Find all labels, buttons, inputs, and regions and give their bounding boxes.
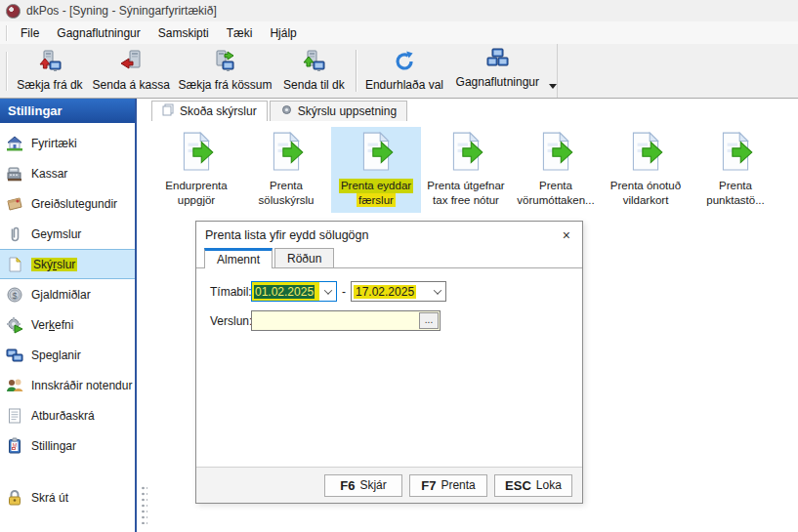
tab-skoda-skyrslur[interactable]: Skoða skýrslur [151, 101, 268, 121]
sidebar-item-speglanir[interactable]: Speglanir [0, 340, 135, 370]
menu-bar: File Gagnaflutningur Samskipti Tæki Hjál… [0, 21, 798, 44]
dialog-tab-strip: Almennt Röðun [196, 248, 582, 268]
computers-network-icon [484, 46, 510, 74]
f7-prenta-button[interactable]: F7 Prenta [409, 474, 487, 497]
toolbar-button-label: Sækja frá kössum [178, 78, 272, 92]
toolbar-button-label: Gagnaflutningur [456, 75, 539, 89]
server-download-red-icon [37, 49, 63, 77]
send-to-dk-button[interactable]: Senda til dk [275, 44, 352, 98]
sidebar-item-fyrirtaeki[interactable]: Fyrirtæki [0, 128, 135, 158]
menu-hjalp[interactable]: Hjálp [261, 23, 305, 43]
toolbar-button-label: Senda á kassa [93, 78, 170, 92]
report-prenta-soluskyrslu[interactable]: Prenta söluskýrslu [241, 127, 331, 213]
fetch-from-dk-button[interactable]: Sækja frá dk [12, 44, 88, 98]
server-red-arrow-icon [118, 49, 144, 77]
data-transfer-button[interactable]: Gagnaflutningur [448, 44, 547, 89]
toolbar-drag-handle [6, 52, 7, 91]
sidebar-item-gjaldmidlar[interactable]: $ Gjaldmiðlar [0, 279, 135, 309]
report-endurprenta-uppgjor[interactable]: Endurprenta uppgjör [151, 127, 241, 213]
date-to-combo[interactable]: 17.02.2025 [351, 281, 446, 302]
report-prenta-punktasto[interactable]: Prenta punktastö... [691, 127, 780, 213]
report-label-line2: punktastö... [706, 193, 764, 207]
toolbar-button-label: Senda til dk [283, 78, 345, 92]
report-doc-arrow-icon [625, 131, 666, 175]
menu-taeki[interactable]: Tæki [218, 23, 262, 43]
range-separator: - [342, 285, 346, 299]
two-monitors-icon [5, 347, 24, 364]
sidebar-item-verkefni[interactable]: Verkefni [0, 309, 135, 340]
sidebar-item-label: Fyrirtæki [31, 137, 77, 150]
splitter-grip[interactable] [141, 485, 147, 524]
tab-skyrslu-uppsetning[interactable]: Skýrslu uppsetning [270, 101, 407, 121]
date-from-combo[interactable]: 01.02.2025 [251, 281, 337, 302]
report-prenta-onotud-vildarkort[interactable]: Prenta ónotuð vildarkort [601, 127, 691, 213]
svg-text:M: M [13, 441, 18, 447]
report-label-line1: Prenta [539, 179, 572, 192]
menu-file[interactable]: File [12, 23, 48, 43]
close-icon[interactable]: × [560, 227, 573, 243]
coin-icon: $ [5, 286, 24, 304]
chevron-down-icon[interactable] [319, 282, 336, 301]
dialog-tab-almennt[interactable]: Almennt [204, 248, 273, 268]
browse-ellipsis-button[interactable]: ... [419, 312, 439, 329]
report-label-line1: Prenta [719, 179, 752, 192]
report-label-line2: vildarkort [623, 193, 669, 207]
report-doc-arrow-icon [266, 131, 307, 175]
sidebar-item-skyrslur[interactable]: Skýrslur [0, 249, 135, 279]
verslun-label: Verslun: [210, 314, 251, 328]
sidebar-item-label: Speglanir [31, 348, 81, 362]
report-prenta-vorumottaken[interactable]: Prenta vörumóttaken... [511, 127, 601, 213]
report-label-line1: Endurprenta [165, 179, 227, 192]
sidebar-splitter[interactable] [139, 99, 149, 532]
sidebar-item-label: Verkefni [31, 318, 73, 332]
house-icon [5, 135, 24, 152]
report-prenta-eyddar-faerslur[interactable]: Prenta eyddar færslur [331, 127, 421, 213]
report-label-line1: Prenta söluskýrslu [242, 179, 330, 207]
sidebar-title: Stillingar [0, 99, 135, 123]
cash-register-icon [5, 165, 24, 183]
menu-gagnaflutningur[interactable]: Gagnaflutningur [48, 23, 148, 43]
report-doc-arrow-icon [445, 131, 486, 175]
report-label-line1: Prenta eyddar [339, 179, 413, 192]
dialog-tab-rodun[interactable]: Röðun [274, 248, 334, 267]
sidebar-item-label: Geymslur [31, 227, 81, 241]
dialog-title: Prenta lista yfir eydd sölugögn [205, 228, 368, 242]
reload-selection-button[interactable]: Endurhlaða val [360, 44, 447, 98]
date-to-value: 17.02.2025 [354, 285, 416, 299]
sidebar-item-geymslur[interactable]: Geymslur [0, 219, 135, 249]
sidebar-item-label: Atburðaskrá [31, 409, 95, 423]
sidebar-item-skra-ut[interactable]: Skrá út [0, 482, 135, 512]
fetch-from-registers-button[interactable]: Sækja frá kössum [175, 44, 276, 98]
refresh-icon [392, 49, 417, 77]
report-doc-arrow-icon [535, 131, 576, 175]
chevron-down-icon[interactable] [429, 282, 445, 301]
sidebar-item-greidslutegundir[interactable]: Greiðslutegundir [0, 188, 135, 219]
report-prenta-utgefnar-taxfree[interactable]: Prenta útgefnar tax free nótur [421, 127, 511, 213]
gear-play-icon [5, 316, 24, 334]
report-label-line1: Prenta ónotuð [610, 179, 681, 192]
report-label-line1: Prenta útgefnar [427, 179, 504, 192]
title-bar: dkPos - [Syning - Sýningarfyrirtækið] [0, 0, 798, 21]
sidebar-item-atburdaskra[interactable]: Atburðaskrá [0, 400, 135, 430]
dialog-footer: F6 Skjár F7 Prenta ESC Loka [196, 467, 582, 503]
report-label-line2: uppgjör [178, 193, 215, 207]
server-upload-green-icon [301, 49, 326, 77]
verslun-input[interactable]: ... [251, 310, 441, 331]
sidebar-item-label: Skýrslur [31, 258, 77, 271]
toolbar-button-label: Sækja frá dk [17, 78, 82, 92]
send-to-register-button[interactable]: Senda á kassa [88, 44, 175, 98]
sidebar-item-kassar[interactable]: Kassar [0, 158, 135, 188]
sidebar-item-innskradir-notendur[interactable]: Innskráðir notendur [0, 370, 135, 400]
chevron-down-icon[interactable] [549, 84, 557, 89]
svg-text:$: $ [12, 290, 17, 300]
sidebar-item-stillingar[interactable]: M Stillingar [0, 430, 135, 461]
tab-label: Skoða skýrslur [180, 104, 257, 118]
esc-loka-button[interactable]: ESC Loka [494, 474, 572, 497]
sidebar-item-label: Greiðslutegundir [31, 197, 117, 211]
menu-samskipti[interactable]: Samskipti [149, 23, 218, 43]
log-document-icon [5, 407, 24, 425]
sidebar-spacer [0, 461, 135, 482]
sidebar: Stillingar Fyrirtæki Kassar Greiðslutegu… [0, 99, 137, 532]
sidebar-item-label: Kassar [31, 167, 67, 181]
f6-skjar-button[interactable]: F6 Skjár [324, 474, 402, 497]
